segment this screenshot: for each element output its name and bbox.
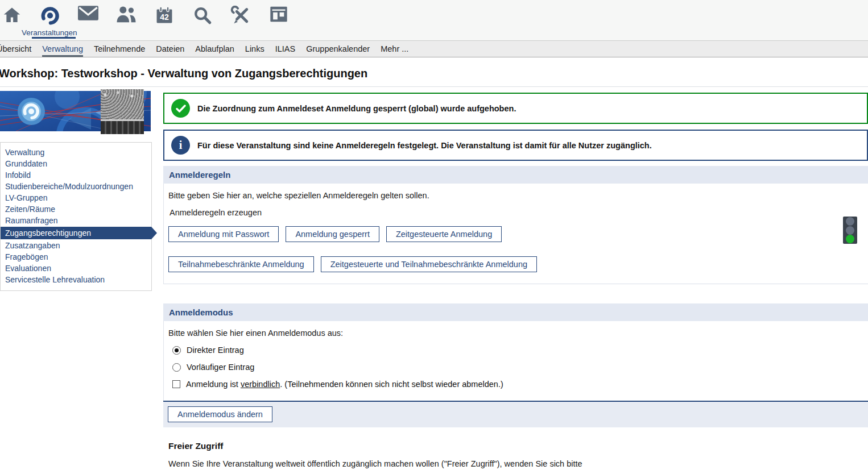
anmelderegeln-intro: Bitte geben Sie hier an, welche speziell…	[168, 191, 862, 200]
access-traffic-light-icon	[843, 217, 857, 244]
sidebar-item-zeiten-raeume[interactable]: Zeiten/Räume	[1, 203, 151, 215]
anmeldemodus-intro: Bitte wählen Sie hier einen Anmeldemodus…	[168, 328, 862, 338]
tab-ilias[interactable]: ILIAS	[275, 41, 295, 57]
radio-row-vorlaeufiger-eintrag: Vorläufiger Eintrag	[172, 363, 862, 372]
sidebar-item-infobild[interactable]: Infobild	[1, 169, 151, 181]
main-content: Die Zuordnung zum Anmeldeset Anmeldung g…	[163, 89, 868, 470]
button-zeitgesteuerte-und-teilnahmebeschraenkte[interactable]: Zeitgesteuerte und Teilnahmebeschränkte …	[321, 256, 537, 272]
sidebar-item-lv-gruppen[interactable]: LV-Gruppen	[1, 192, 151, 203]
success-message-text: Die Zuordnung zum Anmeldeset Anmeldung g…	[197, 104, 516, 113]
traffic-light-yellow-off	[846, 226, 854, 235]
title-divider	[0, 86, 868, 87]
tab-links[interactable]: Links	[245, 41, 264, 57]
anmeldemodus-aendern-button[interactable]: Anmeldemodus ändern	[168, 406, 272, 422]
success-message: Die Zuordnung zum Anmeldeset Anmeldung g…	[163, 93, 868, 124]
sidebar-item-servicestelle[interactable]: Servicestelle Lehrevaluation	[1, 274, 151, 285]
button-zeitgesteuerte-anmeldung[interactable]: Zeitgesteuerte Anmeldung	[386, 226, 502, 242]
info-icon: i	[171, 136, 190, 155]
section-anmeldemodus-header: Anmeldemodus	[163, 303, 868, 321]
tab-uebersicht[interactable]: Übersicht	[0, 41, 31, 57]
section-anmelderegeln: Anmelderegeln Bitte geben Sie hier an, w…	[163, 166, 868, 284]
traffic-light-red-off	[846, 217, 854, 226]
anmeldemodus-footer: Anmeldemodus ändern	[163, 401, 868, 427]
tab-teilnehmende[interactable]: Teilnehmende	[94, 41, 145, 57]
tab-gruppenkalender[interactable]: Gruppenkalender	[306, 41, 370, 57]
section-anmeldemodus: Anmeldemodus Bitte wählen Sie hier einen…	[163, 303, 868, 427]
sidebar-item-frageboegen[interactable]: Fragebögen	[1, 251, 151, 263]
checkbox-verbindlich-label: Anmeldung ist verbindlich. (Teilnehmende…	[186, 380, 503, 389]
verbindlich-tooltip-word: verbindlich	[241, 380, 280, 389]
active-tool-label[interactable]: Veranstaltungen	[22, 28, 77, 39]
radio-vorlaeufiger-eintrag-label: Vorläufiger Eintrag	[187, 363, 254, 372]
mail-icon[interactable]	[77, 6, 99, 26]
radio-direkter-eintrag[interactable]	[172, 346, 181, 355]
tab-verwaltung[interactable]: Verwaltung	[42, 41, 83, 57]
sidebar-item-grunddaten[interactable]: Grunddaten	[1, 158, 151, 169]
free-access-text: Wenn Sie Ihre Veranstaltung weltweit öff…	[168, 457, 586, 470]
tools-icon[interactable]	[230, 6, 251, 26]
anmelderegeln-create-label: Anmelderegeln erzeugen	[170, 208, 862, 217]
board-icon[interactable]	[268, 6, 290, 26]
sidebar-item-verwaltung[interactable]: Verwaltung	[1, 147, 151, 158]
button-anmeldung-gesperrt[interactable]: Anmeldung gesperrt	[286, 226, 379, 242]
course-banner	[0, 89, 152, 135]
button-teilnahmebeschraenkte-anmeldung[interactable]: Teilnahmebeschränkte Anmeldung	[168, 256, 314, 272]
radio-row-direkter-eintrag: Direkter Eintrag	[172, 346, 862, 355]
section-anmelderegeln-header: Anmelderegeln	[163, 166, 868, 184]
top-toolbar: 42 Veranstaltungen	[0, 0, 868, 40]
tab-ablaufplan[interactable]: Ablaufplan	[195, 41, 234, 57]
calendar-icon[interactable]: 42	[154, 6, 175, 26]
button-anmeldung-mit-passwort[interactable]: Anmeldung mit Passwort	[168, 226, 279, 242]
search-icon[interactable]	[192, 6, 213, 26]
studip-events-icon[interactable]	[39, 6, 61, 26]
tab-dateien[interactable]: Dateien	[156, 41, 184, 57]
info-message: i Für diese Veranstaltung sind keine Anm…	[163, 130, 868, 161]
page-title: Workshop: Testworkshop - Verwaltung von …	[0, 67, 367, 80]
community-icon[interactable]	[115, 6, 137, 26]
checkbox-row-verbindlich: Anmeldung ist verbindlich. (Teilnehmende…	[172, 380, 862, 389]
free-access-block: Freier Zugriff Wenn Sie Ihre Veranstaltu…	[163, 441, 868, 470]
traffic-light-green-on	[846, 235, 854, 243]
sidebar-nav: Verwaltung Grunddaten Infobild Studienbe…	[0, 142, 152, 291]
course-tabbar: Übersicht Verwaltung Teilnehmende Dateie…	[0, 40, 868, 57]
sidebar-item-zusatzangaben[interactable]: Zusatzangaben	[1, 240, 151, 251]
info-message-text: Für diese Veranstaltung sind keine Anmel…	[197, 141, 652, 150]
checkbox-anmeldung-verbindlich[interactable]	[172, 380, 180, 388]
sidebar-item-studienbereiche[interactable]: Studienbereiche/Modulzuordnungen	[1, 181, 151, 192]
radio-direkter-eintrag-label: Direkter Eintrag	[187, 346, 244, 355]
course-photo	[101, 89, 144, 134]
sidebar-item-evaluationen[interactable]: Evaluationen	[1, 263, 151, 274]
radio-vorlaeufiger-eintrag[interactable]	[172, 363, 181, 372]
sidebar-item-raumanfragen[interactable]: Raumanfragen	[1, 215, 151, 226]
tab-mehr[interactable]: Mehr ...	[381, 41, 408, 57]
free-access-heading: Freier Zugriff	[168, 441, 868, 451]
home-icon[interactable]	[1, 6, 23, 26]
calendar-week-number: 42	[160, 13, 169, 22]
sidebar-item-zugangsberechtigungen[interactable]: Zugangsberechtigungen	[1, 227, 151, 239]
sidebar: Verwaltung Grunddaten Infobild Studienbe…	[0, 89, 152, 291]
success-check-icon	[171, 99, 190, 118]
